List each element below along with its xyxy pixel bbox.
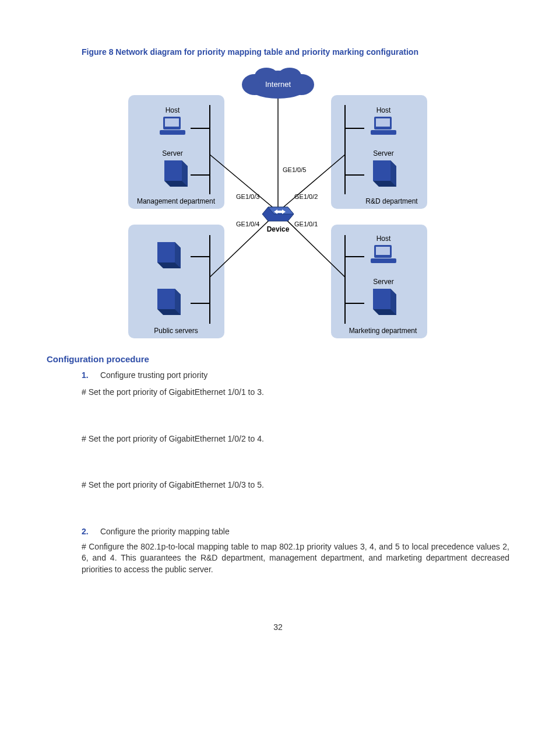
public-servers-label: Public servers xyxy=(154,327,198,335)
config-note: # Set the port priority of GigabitEthern… xyxy=(82,480,509,491)
mgmt-dept-label: Management department xyxy=(137,197,216,205)
config-note: # Set the port priority of GigabitEthern… xyxy=(82,433,509,445)
port-ge104: GE1/0/4 xyxy=(236,220,259,228)
procedure-body: 1. Configure trusting port priority # Se… xyxy=(82,370,509,576)
host-label: Host xyxy=(376,235,391,243)
config-note: # Set the port priority of GigabitEthern… xyxy=(82,387,509,398)
port-ge105: GE1/0/5 xyxy=(283,166,306,173)
svg-rect-28 xyxy=(160,130,185,135)
step-number: 2. xyxy=(82,526,98,538)
device-label: Device xyxy=(267,225,290,233)
page-number: 32 xyxy=(47,622,509,634)
svg-rect-33 xyxy=(376,247,390,255)
internet-label: Internet xyxy=(265,80,291,89)
svg-rect-30 xyxy=(376,118,390,127)
port-ge103: GE1/0/3 xyxy=(236,193,259,200)
figure-caption: Figure 8 Network diagram for priority ma… xyxy=(82,47,509,58)
device-switch-icon xyxy=(262,207,294,221)
marketing-dept-label: Marketing department xyxy=(349,327,417,335)
server-label: Server xyxy=(373,149,393,158)
port-ge101: GE1/0/1 xyxy=(294,220,318,228)
svg-rect-27 xyxy=(165,118,179,127)
step-text: Configure the priority mapping table xyxy=(100,527,230,536)
rnd-dept-label: R&D department xyxy=(365,197,418,205)
internet-cloud: Internet xyxy=(242,68,314,99)
section-heading: Configuration procedure xyxy=(47,353,509,365)
step-text: Configure trusting port priority xyxy=(100,370,207,380)
config-paragraph: # Configure the 802.1p-to-local mapping … xyxy=(82,541,509,576)
host-label: Host xyxy=(166,106,180,114)
step-number: 1. xyxy=(82,370,98,382)
svg-rect-34 xyxy=(371,258,396,263)
host-label: Host xyxy=(376,106,391,114)
server-label: Server xyxy=(373,278,393,286)
server-icon xyxy=(157,289,181,315)
server-icon xyxy=(157,242,181,268)
svg-rect-31 xyxy=(371,130,396,135)
network-diagram: Internet Device GE1/0/5 GE1/0/3 GE1/0/2 … xyxy=(124,67,432,341)
server-icon xyxy=(164,160,188,187)
server-icon xyxy=(373,289,396,315)
server-label: Server xyxy=(162,149,182,158)
server-icon xyxy=(373,160,396,187)
port-ge102: GE1/0/2 xyxy=(294,193,318,200)
